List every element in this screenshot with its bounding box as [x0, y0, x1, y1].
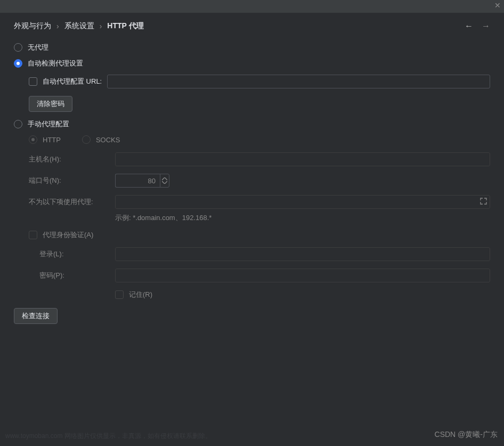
auto-config-url-label: 自动代理配置 URL:: [43, 77, 102, 86]
port-row: 端口号(N):: [29, 174, 490, 188]
auth-row: 代理身份验证(A): [29, 230, 490, 240]
breadcrumb-level2[interactable]: 系统设置: [64, 21, 94, 31]
manual-config-section: HTTP SOCKS 主机名(H): 端口号(N): 不为以下项使用代理:: [29, 135, 490, 299]
breadcrumb-sep: ›: [56, 22, 59, 30]
auto-config-section: 自动代理配置 URL: 清除密码: [29, 75, 490, 112]
close-icon[interactable]: ✕: [494, 1, 501, 10]
auto-config-url-input[interactable]: [107, 75, 490, 88]
no-proxy-label: 无代理: [28, 43, 48, 52]
port-label: 端口号(N):: [29, 176, 109, 185]
socks-label: SOCKS: [96, 136, 120, 144]
http-label: HTTP: [43, 136, 61, 144]
auto-detect-label: 自动检测代理设置: [28, 59, 83, 68]
content: 无代理 自动检测代理设置 自动代理配置 URL: 清除密码 手动代理配置 HTT…: [0, 37, 504, 329]
check-connection-button[interactable]: 检查连接: [14, 308, 58, 324]
radio-selected-icon[interactable]: [14, 59, 22, 68]
forward-arrow-icon: →: [482, 21, 490, 31]
auto-detect-option[interactable]: 自动检测代理设置: [14, 59, 490, 68]
breadcrumb-current: HTTP 代理: [107, 21, 143, 31]
protocol-row: HTTP SOCKS: [29, 135, 490, 144]
password-label: 密码(P):: [29, 271, 109, 280]
no-proxy-for-input: [115, 195, 490, 209]
hostname-row: 主机名(H):: [29, 152, 490, 166]
title-bar: ✕: [0, 0, 504, 13]
nav-arrows: ← →: [465, 21, 490, 31]
no-proxy-for-row: 不为以下项使用代理:: [29, 195, 490, 209]
checkbox-disabled-icon: [29, 231, 37, 239]
password-row: 密码(P):: [29, 269, 490, 282]
password-input: [115, 269, 490, 282]
clear-passwords-button[interactable]: 清除密码: [29, 96, 72, 112]
example-hint: 示例: *.domain.com、192.168.*: [115, 213, 490, 223]
remember-row: 记住(R): [115, 290, 490, 299]
login-input: [115, 247, 490, 261]
header: 外观与行为 › 系统设置 › HTTP 代理 ← →: [0, 13, 504, 37]
radio-disabled-selected-icon: [29, 135, 37, 144]
auto-config-url-row: 自动代理配置 URL:: [29, 75, 490, 88]
radio-disabled-icon: [82, 135, 91, 144]
http-option: HTTP: [29, 135, 61, 144]
faint-footer-text: www.toymoban.com 网络图片仅供显示，非真源，如有侵权请联系删除。: [5, 432, 212, 441]
auth-label: 代理身份验证(A): [43, 230, 93, 240]
checkbox-disabled-icon: [115, 290, 124, 299]
back-arrow-icon[interactable]: ←: [465, 21, 473, 31]
radio-icon[interactable]: [14, 43, 22, 52]
login-label: 登录(L):: [29, 249, 109, 259]
breadcrumb-sep: ›: [100, 22, 102, 30]
no-proxy-option[interactable]: 无代理: [14, 43, 490, 52]
manual-proxy-label: 手动代理配置: [28, 119, 69, 129]
login-row: 登录(L):: [29, 247, 490, 261]
hostname-input: [115, 152, 490, 166]
expand-icon: [480, 198, 487, 206]
manual-proxy-option[interactable]: 手动代理配置: [14, 119, 490, 129]
socks-option: SOCKS: [82, 135, 120, 144]
no-proxy-for-label: 不为以下项使用代理:: [29, 197, 109, 207]
breadcrumb-level1[interactable]: 外观与行为: [14, 21, 51, 31]
watermark: CSDN @黄曦-广东: [435, 430, 498, 440]
remember-label: 记住(R): [129, 290, 152, 299]
port-spinner: [115, 174, 169, 188]
checkbox-icon[interactable]: [29, 77, 37, 86]
port-input: [115, 174, 160, 188]
spinner-buttons: [160, 174, 169, 188]
radio-icon[interactable]: [14, 120, 22, 128]
hostname-label: 主机名(H):: [29, 155, 109, 164]
breadcrumb: 外观与行为 › 系统设置 › HTTP 代理: [14, 21, 144, 31]
